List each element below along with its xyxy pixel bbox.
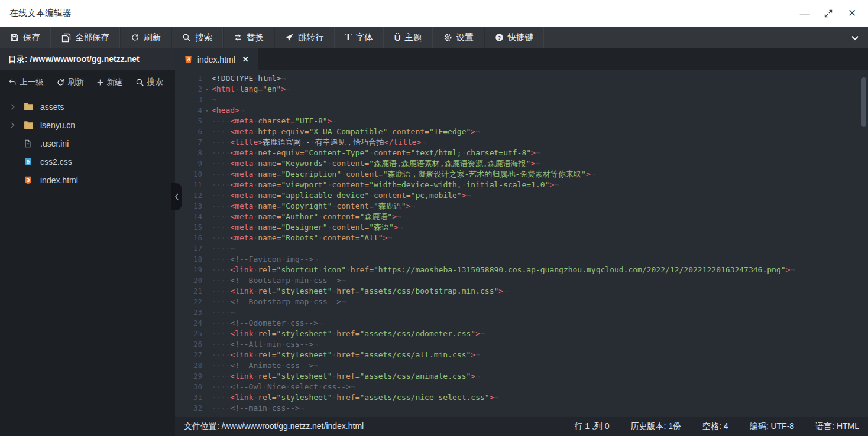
sidebar-action-up-level[interactable]: 上一级 <box>8 77 44 87</box>
line-number: 18 <box>175 254 202 265</box>
code-line[interactable]: 30····<!--Owl·Nice·select·css-->¬ <box>175 382 868 392</box>
code-line[interactable]: 24····<!--Odometer·css-->¬ <box>175 318 868 328</box>
line-number: 2 <box>175 84 202 95</box>
code-line[interactable]: 18····<!--Favicon·img-->¬ <box>175 254 868 265</box>
code-line[interactable]: 23····¬ <box>175 307 868 318</box>
status-language[interactable]: 语言: HTML <box>815 421 859 432</box>
tab-index-html[interactable]: index.html ✕ <box>175 48 258 70</box>
sidebar-action-new[interactable]: 新建 <box>96 77 123 87</box>
svg-text:?: ? <box>497 35 500 41</box>
toolbar-button-save-all[interactable]: 全部保存 <box>51 27 120 48</box>
toolbar-button-settings[interactable]: 设置 <box>433 27 484 48</box>
code-line[interactable]: 22····<!--Bootstarp·map·css-->¬ <box>175 297 868 307</box>
toolbar-collapse-button[interactable] <box>842 27 868 48</box>
code-line[interactable]: 29····<link·rel="stylesheet"·href="asset… <box>175 371 868 382</box>
toolbar-button-save[interactable]: 保存 <box>0 27 51 48</box>
tree-item-user-ini[interactable]: .user.ini <box>0 134 175 152</box>
toolbar-button-label: 保存 <box>23 32 40 43</box>
maximize-button[interactable] <box>822 7 835 20</box>
status-bar: 文件位置: /www/wwwroot/gg.netzz.net/index.ht… <box>175 417 868 436</box>
code-line[interactable]: 21····<link·rel="stylesheet"·href="asset… <box>175 286 868 297</box>
code-line[interactable]: 28····<!--Animate·css-->¬ <box>175 360 868 371</box>
code-text: ····<link·rel="stylesheet"·href="assets/… <box>212 286 868 297</box>
fold-gutter <box>202 233 212 243</box>
code-line[interactable]: 7····<title>森鹿语官网·-·有幸遇见，恰巧合拍</title>¬ <box>175 137 868 148</box>
code-text: ····<meta·name="Keywords"·content="森鹿语,森… <box>212 158 868 169</box>
fold-gutter <box>202 307 212 318</box>
code-text: ····<link·rel="stylesheet"·href="assets/… <box>212 392 868 403</box>
code-line[interactable]: 1<!DOCTYPE·html>¬ <box>175 73 868 84</box>
code-line[interactable]: 13····<meta·name="Copyright"·content="森鹿… <box>175 201 868 212</box>
sidebar-action-refresh[interactable]: 刷新 <box>56 77 84 87</box>
chevron-right-icon[interactable] <box>9 103 24 110</box>
minimize-button[interactable]: — <box>798 7 811 20</box>
code-text: ····<!--Bootstarp·map·css-->¬ <box>212 297 868 307</box>
line-number: 24 <box>175 318 202 328</box>
toolbar-button-label: 跳转行 <box>298 32 324 43</box>
fold-gutter <box>202 222 212 233</box>
fold-arrow-icon[interactable]: ▾ <box>202 105 212 116</box>
editor-scrollbar[interactable] <box>861 77 866 127</box>
search-icon <box>182 33 191 42</box>
code-line[interactable]: 4▾<head>¬ <box>175 105 868 116</box>
line-number: 10 <box>175 169 202 180</box>
fold-gutter <box>202 265 212 275</box>
toolbar-button-label: 快捷键 <box>508 32 534 43</box>
toolbar-button-goto-line[interactable]: 跳转行 <box>274 27 335 48</box>
theme-icon: Ü <box>394 33 401 42</box>
replace-icon <box>234 33 242 42</box>
fold-arrow-icon[interactable]: ▾ <box>202 84 212 95</box>
code-line[interactable]: 5····<meta·charset="UTF-8">¬ <box>175 116 868 126</box>
chevron-right-icon[interactable] <box>9 122 24 129</box>
code-line[interactable]: 15····<meta·name="Designer"·content="森语"… <box>175 222 868 233</box>
toolbar-button-font[interactable]: T字体 <box>335 27 384 48</box>
close-button[interactable]: ✕ <box>846 7 859 20</box>
code-line[interactable]: 32····<!--main·css-->¬ <box>175 403 868 414</box>
code-line[interactable]: 26····<!--All·min·css-->¬ <box>175 339 868 350</box>
code-line[interactable]: 10····<meta·name="Description"·content="… <box>175 169 868 180</box>
code-editor[interactable]: 1<!DOCTYPE·html>¬2▾<html·lang="en">¬3¬4▾… <box>175 70 868 417</box>
toolbar-button-label: 主题 <box>405 32 422 43</box>
tree-item-index-html[interactable]: index.html <box>0 171 175 189</box>
code-line[interactable]: 17····¬ <box>175 243 868 254</box>
tree-item-label: index.html <box>40 175 78 185</box>
status-history-versions[interactable]: 历史版本: 1份 <box>631 421 682 432</box>
code-line[interactable]: 2▾<html·lang="en">¬ <box>175 84 868 95</box>
toolbar-button-search[interactable]: 搜索 <box>171 27 223 48</box>
editor-column: index.html ✕ 1<!DOCTYPE·html>¬2▾<html·la… <box>175 48 868 436</box>
code-line[interactable]: 12····<meta·name="applicable-device"·con… <box>175 190 868 201</box>
code-line[interactable]: 20····<!--Bootstarp·min·css-->¬ <box>175 275 868 286</box>
status-encoding[interactable]: 编码: UTF-8 <box>750 421 794 432</box>
status-cursor-position: 行 1 ,列 0 <box>574 421 609 432</box>
code-line[interactable]: 8····<meta·net-equiv="Content-Type"·cont… <box>175 148 868 158</box>
toolbar-button-replace[interactable]: 替换 <box>223 27 274 48</box>
tree-item-lsenyu-cn[interactable]: lsenyu.cn <box>0 116 175 134</box>
sidebar-collapse-handle[interactable] <box>171 183 182 210</box>
titlebar: 在线文本编辑器 — ✕ <box>0 0 868 27</box>
code-line[interactable]: 31····<link·rel="stylesheet"·href="asset… <box>175 392 868 403</box>
code-line[interactable]: 19····<link·rel="shortcut·icon"·href="ht… <box>175 265 868 275</box>
line-number: 29 <box>175 371 202 382</box>
toolbar-button-hotkeys[interactable]: ?快捷键 <box>484 27 545 48</box>
code-text: ····<meta·net-equiv="Content-Type"·conte… <box>212 148 868 158</box>
code-line[interactable]: 6····<meta·http-equiv="X-UA-Compatible"·… <box>175 126 868 137</box>
toolbar-button-refresh[interactable]: 刷新 <box>120 27 171 48</box>
code-line[interactable]: 25····<link·rel="stylesheet"·href="asset… <box>175 328 868 339</box>
line-number: 9 <box>175 158 202 169</box>
code-line[interactable]: 11····<meta·name="viewport"·content="wid… <box>175 180 868 190</box>
fold-gutter <box>202 286 212 297</box>
code-line[interactable]: 3¬ <box>175 95 868 105</box>
code-line[interactable]: 27····<link·rel="stylesheet"·href="asset… <box>175 350 868 360</box>
code-text: ····<meta·name="Copyright"·content="森鹿语"… <box>212 201 868 212</box>
sidebar-action-search[interactable]: 搜索 <box>135 77 163 87</box>
tree-item-css2-css[interactable]: css2.css <box>0 152 175 171</box>
sidebar-action-label: 搜索 <box>147 77 163 87</box>
line-number: 14 <box>175 212 202 222</box>
code-line[interactable]: 16····<meta·name="Robots"·content="All">… <box>175 233 868 243</box>
status-spaces[interactable]: 空格: 4 <box>702 421 728 432</box>
toolbar-button-theme[interactable]: Ü主题 <box>384 27 433 48</box>
code-line[interactable]: 14····<meta·name="Author"·content="森鹿语">… <box>175 212 868 222</box>
code-line[interactable]: 9····<meta·name="Keywords"·content="森鹿语,… <box>175 158 868 169</box>
tab-close-icon[interactable]: ✕ <box>242 55 249 64</box>
tree-item-assets[interactable]: assets <box>0 97 175 116</box>
